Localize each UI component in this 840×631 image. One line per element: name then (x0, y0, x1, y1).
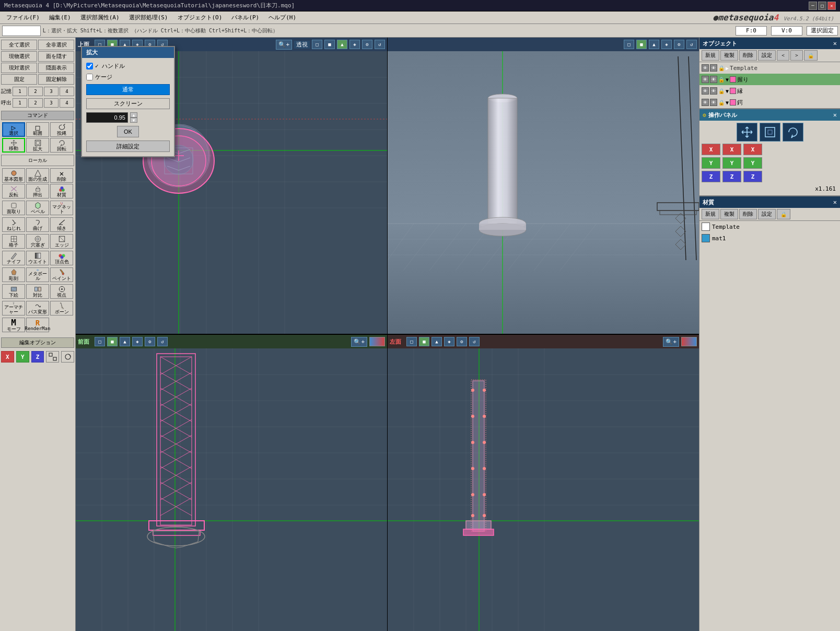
mat-new-button[interactable]: 新規 (702, 209, 719, 219)
cmd-basic-shape[interactable]: 基本図形 (2, 168, 25, 183)
vp-left-btn5[interactable]: ⚙ (457, 337, 467, 346)
cmd-rotate[interactable]: 回転 (50, 138, 73, 153)
handle-checkbox-row[interactable]: ✓ ハンドル (86, 62, 170, 70)
titlebar-buttons[interactable]: ─ □ ✕ (809, 2, 836, 10)
spin-down-button[interactable]: ▼ (130, 118, 137, 123)
x-axis-button2[interactable]: X (722, 144, 741, 155)
recall-3[interactable]: 3 (44, 87, 59, 96)
vp-persp-btn2[interactable]: ■ (636, 40, 647, 49)
menu-edit[interactable]: 編集(E) (45, 13, 75, 22)
vp-front-btn6[interactable]: ↺ (157, 337, 168, 346)
snap-button[interactable] (46, 351, 59, 363)
cmd-renderman[interactable]: R RenderMan (26, 318, 49, 332)
cmd-extrude[interactable]: 押出 (26, 184, 49, 198)
menu-object[interactable]: オブジェクト(O) (173, 13, 227, 22)
x-axis-button[interactable]: X (702, 144, 720, 155)
vp-top-right-btn6[interactable]: ↺ (375, 40, 385, 49)
object-row-fuchi[interactable]: 👁 👁 🔒 ▼ 縁 (699, 85, 840, 97)
handle-checkbox[interactable] (86, 63, 93, 69)
screen-radio-button[interactable]: スクリーン (86, 98, 170, 109)
y-axis-button[interactable]: Y (702, 157, 720, 169)
cmd-lattice[interactable]: 格子 (2, 234, 25, 249)
vp-top-zoom-icon[interactable]: 🔍+ (276, 40, 292, 50)
show-face-button[interactable]: 面を隠す (38, 51, 74, 62)
select-visible-button[interactable]: 現対選択 (1, 63, 37, 73)
mat-copy-button[interactable]: 複製 (720, 209, 738, 219)
object-panel-close[interactable]: ✕ (833, 40, 837, 47)
object-row-template[interactable]: 👁 👁 🔒 ▶ Template (699, 62, 840, 74)
cmd-armature[interactable]: アーマチャー (2, 301, 25, 316)
tsuba-eye[interactable]: 👁 (702, 99, 709, 106)
fix-button[interactable]: 固定 (1, 74, 37, 85)
vp-top-right-btn1[interactable]: □ (312, 40, 322, 49)
axis-x-button[interactable]: X (1, 351, 14, 363)
cage-checkbox[interactable] (86, 74, 93, 80)
normal-radio-button[interactable]: 通常 (86, 84, 170, 95)
cmd-delete[interactable]: ✕ 削除 (50, 168, 73, 183)
cmd-morph[interactable]: M モーフ (2, 318, 25, 332)
vp-left-btn1[interactable]: □ (406, 337, 417, 346)
nigiri-eye[interactable]: 👁 (702, 76, 709, 83)
maximize-button[interactable]: □ (818, 2, 826, 10)
cmd-magnet[interactable]: マグネット (50, 201, 73, 215)
viewport-left-canvas[interactable] (388, 348, 699, 631)
mat-lock-button[interactable]: 🔒 (777, 209, 790, 219)
vp-top-right-btn4[interactable]: ◈ (349, 40, 360, 49)
select-object-button[interactable]: 現物選択 (1, 51, 37, 62)
cmd-twist[interactable]: ねじれ (2, 217, 25, 232)
cmd-bend[interactable]: 曲げ (26, 217, 49, 232)
template-eye2[interactable]: 👁 (710, 64, 717, 72)
vp-left-btn2[interactable]: ■ (419, 337, 429, 346)
output-2[interactable]: 2 (28, 98, 43, 108)
cmd-weight[interactable]: ウエイト (26, 251, 49, 265)
object-delete-button[interactable]: 削除 (739, 50, 757, 61)
vp-left-btn3[interactable]: ▲ (431, 337, 442, 346)
fuchi-eye2[interactable]: 👁 (710, 87, 717, 95)
recall-4[interactable]: 4 (60, 87, 74, 96)
vp-front-btn4[interactable]: ◈ (132, 337, 143, 346)
object-nav-right[interactable]: ＞ (790, 50, 803, 61)
object-new-button[interactable]: 新規 (702, 50, 719, 61)
object-copy-button[interactable]: 複製 (720, 50, 738, 61)
cmd-range[interactable]: □ 範囲 (26, 122, 49, 137)
vp-front-btn1[interactable]: □ (95, 337, 105, 346)
popup-spinner[interactable]: ▲ ▼ (130, 112, 137, 123)
vp-persp-btn6[interactable]: ↺ (686, 40, 697, 49)
fuchi-eye[interactable]: 👁 (702, 87, 709, 95)
vp-top-right-btn5[interactable]: ⚙ (362, 40, 372, 49)
cmd-select[interactable]: ▷ 選択 (2, 122, 25, 137)
menu-select-props[interactable]: 選択部属性(A) (76, 13, 124, 22)
z-axis-button3[interactable]: Z (743, 171, 762, 182)
z-axis-button2[interactable]: Z (722, 171, 741, 182)
object-nav-left[interactable]: ＜ (777, 50, 789, 61)
cmd-bone[interactable]: ボーン (50, 301, 73, 316)
minimize-button[interactable]: ─ (809, 2, 817, 10)
select-all-button[interactable]: 全て選択 (1, 40, 37, 50)
vp-persp-btn1[interactable]: □ (624, 40, 634, 49)
popup-value-input[interactable] (86, 112, 128, 123)
mat-delete-button[interactable]: 削除 (739, 209, 757, 219)
cmd-bevel[interactable]: ベベル (26, 201, 49, 215)
mode-dropdown[interactable]: モデリング ▼ (2, 26, 41, 36)
output-4[interactable]: 4 (60, 98, 74, 108)
cmd-move[interactable]: 移動 (2, 138, 25, 153)
y-axis-button3[interactable]: Y (743, 157, 762, 169)
menu-select-process[interactable]: 選択部処理(S) (125, 13, 172, 22)
x-axis-button3[interactable]: X (743, 144, 762, 155)
spin-up-button[interactable]: ▲ (130, 112, 137, 118)
cmd-metaball[interactable]: メタボール (26, 267, 49, 282)
cmd-edge[interactable]: エッジ (50, 234, 73, 249)
mat-settings-button[interactable]: 設定 (758, 209, 776, 219)
viewport-front-canvas[interactable] (76, 348, 387, 631)
material-row-template[interactable]: Template (699, 221, 840, 232)
cmd-local[interactable]: ローカル (1, 155, 74, 166)
vp-top-right-btn2[interactable]: ■ (324, 40, 335, 49)
y-axis-button2[interactable]: Y (722, 157, 741, 169)
select-none-button[interactable]: 全非選択 (38, 40, 74, 50)
selection-fix[interactable]: 選択固定 (807, 26, 838, 36)
menu-help[interactable]: ヘルプ(H) (264, 13, 300, 22)
cmd-tilt[interactable]: 傾き (50, 217, 73, 232)
object-row-nigiri[interactable]: 👁 👁 🔒 ▼ 握り (699, 74, 840, 85)
cmd-vertex-color[interactable]: 頂点色 (50, 251, 73, 265)
template-eye[interactable]: 👁 (702, 64, 709, 72)
